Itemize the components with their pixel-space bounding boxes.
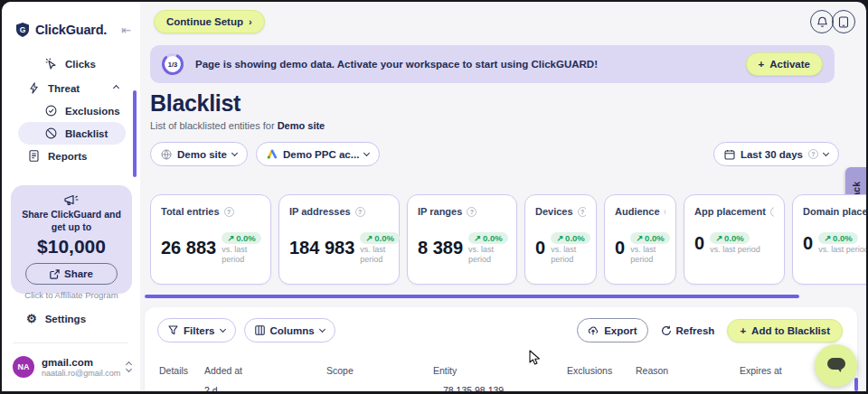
share-button[interactable]: Share <box>25 263 118 285</box>
guide-button[interactable] <box>832 10 855 33</box>
refresh-icon <box>661 325 672 336</box>
ppc-account-selector[interactable]: Demo PPC ac... <box>256 142 380 166</box>
sidebar-item-label: Blacklist <box>65 128 108 139</box>
stat-label: IP addresses <box>289 206 351 217</box>
continue-setup-button[interactable]: Continue Setup › <box>154 10 265 33</box>
calendar-icon <box>724 149 735 160</box>
chevron-down-icon <box>363 150 370 156</box>
columns-button[interactable]: Columns <box>244 318 335 342</box>
globe-icon <box>161 149 172 160</box>
table-vertical-scrollbar[interactable] <box>854 378 858 391</box>
sidebar-item-settings[interactable]: ⚙ Settings <box>26 313 86 324</box>
ppc-account-label: Demo PPC ac... <box>283 149 359 160</box>
info-icon: ? <box>578 207 586 217</box>
trend-up-icon: ↗ <box>474 233 481 243</box>
promo-title: Share ClickGuard and get up to <box>11 209 132 233</box>
stat-value: 0 <box>694 233 704 254</box>
chevron-right-icon: › <box>249 16 252 27</box>
sidebar-item-exclusions[interactable]: Exclusions <box>2 99 140 122</box>
page-subtitle-site: Demo site <box>278 120 326 131</box>
column-header-reason[interactable]: Reason <box>636 365 668 376</box>
chevron-down-icon <box>823 150 829 156</box>
logo-text: ClickGuard. <box>35 23 107 37</box>
banner-message: Page is showing demo data. Activate your… <box>195 59 598 70</box>
cards-horizontal-scrollbar[interactable] <box>145 295 799 298</box>
stat-label: IP ranges <box>418 206 462 217</box>
clickguard-shield-icon: G <box>14 22 31 38</box>
chevron-down-icon <box>319 326 326 333</box>
site-selector[interactable]: Demo site <box>150 142 248 166</box>
activate-label: Activate <box>769 59 810 70</box>
stat-delta: 0.0% <box>374 233 394 243</box>
export-button[interactable]: Export <box>577 318 647 342</box>
logo: G ClickGuard. ⇤ <box>14 22 131 38</box>
sidebar-item-label: Threat <box>48 83 80 94</box>
stat-card-audience: Audience? 0 ↗0.0% vs. last period <box>604 194 676 285</box>
refresh-button[interactable]: Refresh <box>661 325 715 336</box>
table-row[interactable]: 2 d 78.135.98.139 <box>145 385 857 391</box>
affiliate-promo-card[interactable]: Share ClickGuard and get up to $10,000 S… <box>11 185 132 294</box>
trend-up-icon: ↗ <box>824 233 831 243</box>
plus-icon: + <box>759 59 765 70</box>
collapse-sidebar-icon[interactable]: ⇤ <box>121 23 131 37</box>
cell-added-at: 2 d <box>204 385 218 391</box>
column-header-added-at[interactable]: Added at <box>204 365 242 376</box>
stat-label: Devices <box>535 206 573 217</box>
settings-label: Settings <box>45 314 86 324</box>
stat-label: App placement <box>694 206 766 217</box>
check-circle-icon <box>44 105 57 117</box>
chevron-up-icon <box>113 85 119 91</box>
funnel-icon <box>168 325 178 335</box>
stat-delta: 0.0% <box>483 233 503 243</box>
info-icon: ? <box>355 207 365 217</box>
cell-entity: 78.135.98.139 <box>443 385 504 391</box>
add-to-blacklist-label: Add to Blacklist <box>751 325 830 336</box>
stat-delta: 0.0% <box>724 233 744 243</box>
stat-value: 184 983 <box>289 238 354 258</box>
sidebar-scrollbar[interactable] <box>133 90 137 177</box>
stat-vs-label: vs. last period <box>818 245 866 255</box>
sidebar-item-clicks[interactable]: Clicks <box>2 52 140 75</box>
promo-amount: $10,000 <box>11 236 132 258</box>
page-subtitle-text: List of blacklisted entities for <box>150 120 275 131</box>
columns-icon <box>255 325 265 335</box>
setup-step-label: 1/3 <box>161 52 184 76</box>
sidebar: G ClickGuard. ⇤ Clicks <box>2 2 140 391</box>
stat-delta: 0.0% <box>236 233 256 243</box>
stat-card-domain-placement: Domain placement? 0 ↗0.0% vs. last perio… <box>792 194 866 285</box>
info-icon: ? <box>808 149 818 159</box>
column-header-expires-at[interactable]: Expires at <box>740 365 782 376</box>
share-button-label: Share <box>64 268 93 279</box>
filters-button[interactable]: Filters <box>157 318 236 342</box>
stat-value: 0 <box>615 238 625 258</box>
info-icon: ? <box>770 207 774 217</box>
column-header-exclusions[interactable]: Exclusions <box>567 365 612 376</box>
add-to-blacklist-button[interactable]: + Add to Blacklist <box>727 319 843 342</box>
column-header-entity[interactable]: Entity <box>433 365 457 376</box>
site-selector-label: Demo site <box>177 149 227 160</box>
notifications-button[interactable] <box>810 10 834 33</box>
sidebar-item-reports[interactable]: Reports <box>2 145 140 167</box>
sidebar-item-threat[interactable]: Threat <box>2 77 140 99</box>
sidebar-item-blacklist[interactable]: Blacklist <box>18 122 126 145</box>
table-toolbar: Filters Columns Export <box>157 318 843 342</box>
column-header-scope[interactable]: Scope <box>326 365 354 376</box>
chat-launcher-button[interactable] <box>815 344 857 387</box>
chevron-down-icon <box>231 150 238 156</box>
account-switcher[interactable]: NA gmail.com naatali.ro@gmail.com <box>13 356 131 378</box>
activate-button[interactable]: + Activate <box>746 52 823 76</box>
app-window: G ClickGuard. ⇤ Clicks <box>2 2 866 391</box>
sidebar-nav: Clicks Threat Exclusions <box>2 52 140 167</box>
sidebar-item-label: Exclusions <box>65 106 120 117</box>
date-range-selector[interactable]: Last 30 days ? <box>713 142 839 166</box>
continue-setup-label: Continue Setup <box>166 16 243 27</box>
sidebar-item-label: Reports <box>48 151 87 162</box>
stat-delta: 0.0% <box>565 233 585 243</box>
stat-vs-label: vs. last period <box>222 245 260 265</box>
column-header-details[interactable]: Details <box>159 365 188 376</box>
stat-value: 0 <box>535 238 545 258</box>
stat-label: Audience <box>615 206 660 217</box>
trend-up-icon: ↗ <box>556 233 563 243</box>
export-label: Export <box>604 325 637 336</box>
trend-up-icon: ↗ <box>715 233 722 243</box>
